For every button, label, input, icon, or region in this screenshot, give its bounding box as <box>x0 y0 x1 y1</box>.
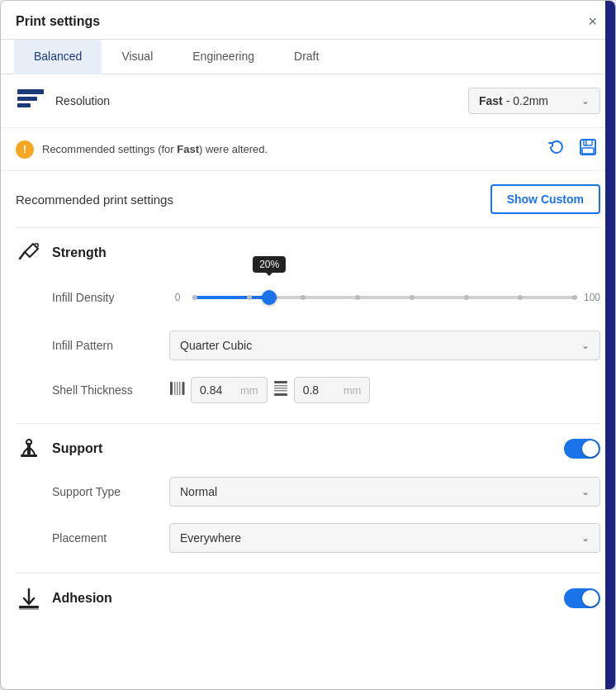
placement-value: Everywhere <box>180 531 241 545</box>
svg-rect-0 <box>17 89 44 94</box>
adhesion-title-row: Adhesion <box>16 577 600 618</box>
support-type-chevron-icon: ⌄ <box>581 486 590 497</box>
warning-icon: ! <box>16 140 34 159</box>
shell-thickness-label: Shell Thickness <box>52 383 159 397</box>
shell-thickness-input-1[interactable]: mm <box>191 377 268 403</box>
shell-walls-icon <box>169 380 186 400</box>
strength-section: Strength Infill Density 0 20% <box>1 231 615 420</box>
svg-rect-9 <box>177 382 178 395</box>
shell-thickness-value-1[interactable] <box>200 383 237 397</box>
infill-pattern-label: Infill Pattern <box>52 339 159 352</box>
placement-chevron-icon: ⌄ <box>581 532 590 544</box>
svg-rect-4 <box>584 140 592 145</box>
adhesion-title: Adhesion <box>52 591 112 606</box>
strength-icon <box>16 240 42 266</box>
strength-title-row: Strength <box>16 231 600 273</box>
shell-unit-2: mm <box>344 384 362 397</box>
shell-top-bottom-icon <box>272 380 289 400</box>
placement-label: Placement <box>52 531 159 545</box>
svg-rect-11 <box>182 382 185 395</box>
tab-draft[interactable]: Draft <box>274 40 339 74</box>
svg-rect-13 <box>274 385 287 387</box>
title-bar: Print settings × <box>1 1 615 40</box>
svg-rect-17 <box>21 454 37 457</box>
alert-row: ! Recommended settings (for Fast) were a… <box>1 127 615 171</box>
slider-track <box>192 296 577 299</box>
support-title-row: Support <box>16 427 600 469</box>
save-button[interactable] <box>576 136 600 162</box>
svg-rect-12 <box>274 381 287 383</box>
svg-rect-2 <box>17 103 31 107</box>
resolution-row: Resolution Fast - 0.2mm ⌄ <box>1 74 615 127</box>
support-section: Support Support Type Normal ⌄ <box>1 427 615 569</box>
svg-point-19 <box>26 440 31 445</box>
support-type-label: Support Type <box>52 485 159 498</box>
svg-rect-1 <box>17 97 37 101</box>
support-title: Support <box>52 441 102 456</box>
tabs-row: Balanced Visual Engineering Draft <box>1 40 615 74</box>
infill-pattern-row: Infill Pattern Quarter Cubic ⌄ <box>16 322 600 369</box>
show-custom-button[interactable]: Show Custom <box>490 184 600 214</box>
shell-thickness-row: Shell Thickness <box>16 369 600 412</box>
svg-rect-16 <box>274 393 287 396</box>
alert-text: Recommended settings (for Fast) were alt… <box>42 143 536 155</box>
slider-tooltip: 20% <box>253 256 286 273</box>
adhesion-toggle[interactable] <box>564 588 600 608</box>
shell-thickness-input-2[interactable]: mm <box>294 377 371 403</box>
tab-balanced[interactable]: Balanced <box>14 40 102 74</box>
close-button[interactable]: × <box>585 12 600 31</box>
svg-rect-8 <box>174 382 176 395</box>
adhesion-section: Adhesion <box>1 577 615 626</box>
infill-pattern-dropdown[interactable]: Quarter Cubic ⌄ <box>169 331 600 360</box>
strength-title: Strength <box>52 245 107 260</box>
recommended-title: Recommended print settings <box>16 193 173 207</box>
support-toggle[interactable] <box>564 439 600 459</box>
shell-thickness-value-2[interactable] <box>303 383 340 397</box>
svg-rect-14 <box>274 388 287 389</box>
slider-min: 0 <box>169 292 186 303</box>
infill-pattern-control: Quarter Cubic ⌄ <box>169 331 600 360</box>
window-title: Print settings <box>16 14 100 29</box>
support-type-row: Support Type Normal ⌄ <box>16 469 600 515</box>
shell-thickness-inputs: mm <box>169 377 370 403</box>
slider-thumb[interactable] <box>262 290 277 305</box>
resolution-label: Resolution <box>55 94 458 107</box>
resolution-dropdown[interactable]: Fast - 0.2mm ⌄ <box>468 88 600 114</box>
placement-dropdown[interactable]: Everywhere ⌄ <box>169 523 600 553</box>
slider-fill <box>192 296 269 299</box>
slider-max: 100 <box>584 292 600 303</box>
shell-unit-1: mm <box>240 384 258 397</box>
support-type-control: Normal ⌄ <box>169 477 600 507</box>
support-type-dropdown[interactable]: Normal ⌄ <box>169 477 600 507</box>
svg-rect-21 <box>19 608 39 610</box>
infill-density-slider: 0 20% <box>169 281 600 314</box>
recommended-header: Recommended print settings Show Custom <box>1 171 615 224</box>
adhesion-toggle-knob <box>582 590 599 607</box>
resolution-chevron-icon: ⌄ <box>581 95 590 107</box>
infill-density-control: 0 20% <box>169 281 600 314</box>
infill-pattern-chevron-icon: ⌄ <box>581 340 590 351</box>
divider-2 <box>16 423 600 424</box>
tab-engineering[interactable]: Engineering <box>173 40 274 74</box>
svg-rect-5 <box>582 148 594 154</box>
svg-rect-10 <box>179 382 181 395</box>
divider-1 <box>16 227 600 228</box>
scrollbar[interactable] <box>605 1 615 689</box>
slider-wrapper[interactable]: 20% <box>192 281 577 314</box>
reset-button[interactable] <box>544 136 569 162</box>
infill-density-label: Infill Density <box>52 291 159 304</box>
svg-rect-7 <box>170 382 173 395</box>
resolution-value: Fast - 0.2mm <box>479 94 548 107</box>
support-toggle-knob <box>582 440 599 457</box>
alert-actions <box>544 136 600 162</box>
svg-rect-15 <box>274 390 287 392</box>
adhesion-icon <box>16 585 42 611</box>
tab-visual[interactable]: Visual <box>102 40 173 74</box>
resolution-icon <box>16 86 45 116</box>
shell-thickness-control: mm <box>169 377 600 403</box>
print-settings-window: Print settings × Balanced Visual Enginee… <box>0 0 616 690</box>
placement-row: Placement Everywhere ⌄ <box>16 515 600 561</box>
infill-density-row: Infill Density 0 20% <box>16 273 600 322</box>
infill-pattern-value: Quarter Cubic <box>180 339 252 352</box>
svg-rect-20 <box>19 606 39 608</box>
